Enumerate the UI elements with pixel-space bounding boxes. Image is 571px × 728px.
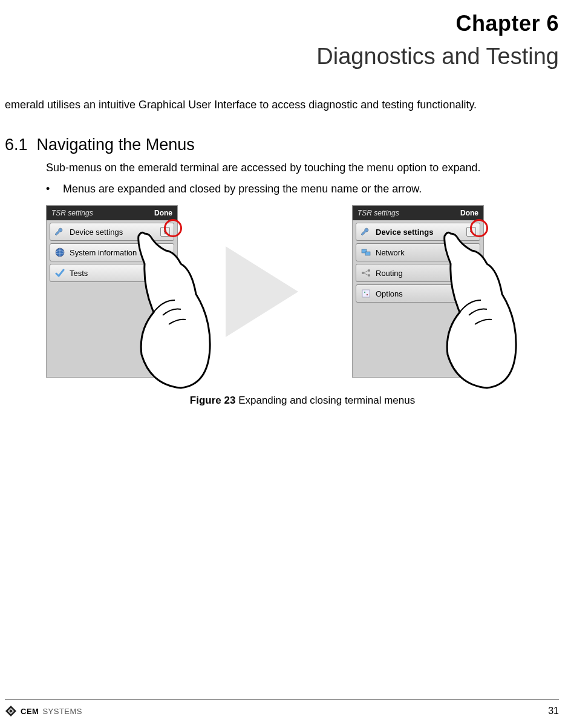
done-button[interactable]: Done (460, 209, 478, 217)
svg-rect-4 (365, 252, 370, 255)
svg-marker-2 (226, 246, 298, 337)
svg-point-9 (364, 292, 365, 293)
panel-title: TSR settings (357, 209, 399, 217)
menu-label: Device settings (70, 228, 123, 237)
brand-logo: CEM SYSTEMS (5, 705, 82, 717)
section-number: 6.1 (5, 136, 28, 154)
svg-point-10 (367, 294, 368, 295)
arrow-icon (204, 231, 325, 352)
page-number: 31 (548, 706, 559, 717)
brand-suffix: SYSTEMS (42, 707, 82, 716)
options-icon (360, 287, 372, 300)
figure-caption-text: Expanding and closing terminal menus (238, 395, 415, 406)
chapter-title: Diagnostics and Testing (5, 44, 559, 70)
section-heading: 6.1 Navigating the Menus (5, 136, 559, 154)
bullet-marker: • (46, 183, 63, 195)
section-description: Sub-menus on the emerald terminal are ac… (46, 162, 559, 174)
network-icon (360, 246, 372, 258)
figure-row: TSR settings Done Device settings v Syst… (46, 205, 559, 378)
routing-icon (360, 267, 372, 279)
bullet-item: • Menus are expanded and closed by press… (46, 183, 559, 195)
intro-paragraph: emerald utilises an intuitive Graphical … (5, 99, 559, 111)
page-footer: CEM SYSTEMS 31 (5, 700, 559, 717)
check-icon (54, 267, 66, 279)
menu-label: Network (376, 248, 405, 257)
hand-illustration (426, 228, 517, 391)
panel-header: TSR settings Done (47, 206, 177, 220)
bullet-text: Menus are expanded and closed by pressin… (63, 183, 422, 195)
section-title: Navigating the Menus (37, 136, 195, 154)
panel-title: TSR settings (51, 209, 93, 217)
terminal-panel-collapsed: TSR settings Done Device settings v Syst… (46, 205, 178, 378)
terminal-panel-expanded: TSR settings Done Device settings ^ Netw… (352, 205, 484, 378)
wrench-icon (360, 226, 372, 238)
hand-illustration (120, 228, 211, 391)
figure-caption: Figure 23 Expanding and closing terminal… (46, 395, 559, 407)
menu-label: Device settings (376, 228, 433, 237)
chapter-number: Chapter 6 (5, 11, 559, 36)
panel-header: TSR settings Done (353, 206, 483, 220)
menu-label: Tests (70, 269, 88, 278)
wrench-icon (54, 226, 66, 238)
done-button[interactable]: Done (154, 209, 172, 217)
figure-label: Figure 23 (190, 395, 236, 406)
diamond-icon (5, 705, 17, 717)
globe-icon (54, 246, 66, 258)
brand-name: CEM (21, 707, 39, 716)
svg-rect-8 (362, 290, 370, 297)
menu-label: Routing (376, 269, 403, 278)
menu-label: Options (376, 289, 403, 298)
